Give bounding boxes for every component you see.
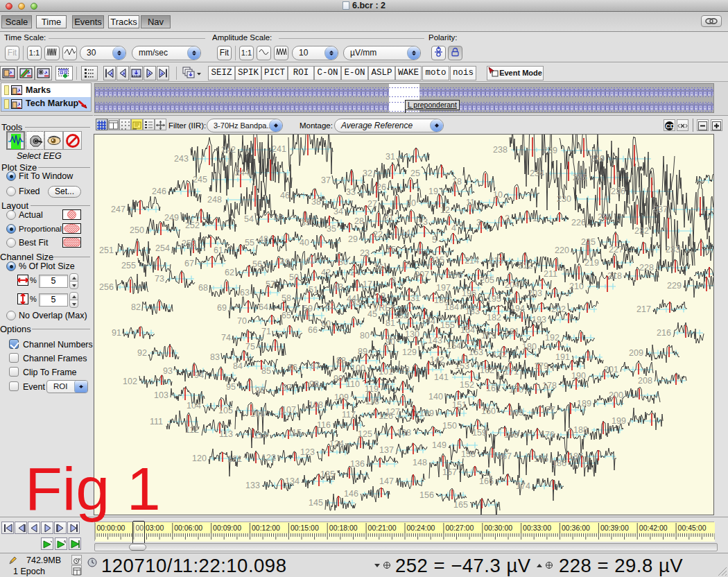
- svg-text:00:15:00: 00:15:00: [291, 524, 319, 532]
- svg-text:39: 39: [301, 218, 311, 227]
- svg-text:00:36:00: 00:36:00: [562, 524, 590, 532]
- svg-text:26: 26: [376, 182, 386, 192]
- svg-text:00:24:00: 00:24:00: [407, 524, 435, 532]
- svg-text:177: 177: [541, 405, 555, 415]
- svg-text:00:30:00: 00:30:00: [484, 524, 512, 532]
- svg-text:64: 64: [259, 302, 268, 312]
- svg-text:134: 134: [285, 476, 300, 486]
- svg-text:181: 181: [505, 327, 519, 336]
- svg-text:4: 4: [451, 223, 456, 233]
- svg-text:68: 68: [198, 283, 208, 293]
- svg-text:138: 138: [397, 428, 411, 438]
- svg-text:46: 46: [280, 191, 290, 200]
- svg-text:217: 217: [636, 304, 651, 314]
- svg-text:12: 12: [440, 205, 450, 215]
- svg-text:100: 100: [351, 363, 365, 373]
- svg-text:VREF: VREF: [373, 303, 397, 313]
- svg-text:255: 255: [121, 261, 136, 270]
- svg-text:00:42:00: 00:42:00: [639, 524, 668, 532]
- svg-text:229: 229: [667, 281, 682, 291]
- svg-text:27: 27: [367, 199, 377, 209]
- svg-text:191: 191: [555, 352, 570, 362]
- svg-text:00:21:00: 00:21:00: [368, 524, 397, 532]
- svg-text:00:33:00: 00:33:00: [523, 524, 551, 532]
- svg-text:5: 5: [432, 235, 437, 245]
- svg-text:152: 152: [460, 380, 474, 390]
- svg-text:164: 164: [460, 325, 475, 335]
- svg-text:228: 228: [639, 263, 654, 273]
- svg-text:186: 186: [552, 458, 566, 468]
- svg-text:163: 163: [469, 347, 483, 357]
- svg-text:136: 136: [350, 459, 365, 469]
- svg-text:113: 113: [219, 429, 233, 439]
- svg-text:206: 206: [448, 270, 462, 280]
- svg-text:23: 23: [360, 248, 370, 258]
- svg-text:00:18:00: 00:18:00: [329, 524, 358, 532]
- svg-text:236: 236: [611, 187, 625, 196]
- svg-text:250: 250: [130, 225, 144, 235]
- svg-text:205: 205: [480, 275, 494, 285]
- svg-text:219: 219: [584, 258, 599, 268]
- svg-text:211: 211: [544, 269, 557, 279]
- svg-text:91: 91: [112, 328, 121, 338]
- svg-text:170: 170: [509, 385, 523, 395]
- svg-text:214: 214: [465, 256, 479, 266]
- svg-text:125: 125: [358, 429, 372, 439]
- svg-text:14: 14: [401, 228, 410, 238]
- svg-text:190: 190: [571, 371, 586, 381]
- svg-text:176: 176: [540, 430, 555, 440]
- svg-text:129: 129: [402, 347, 417, 357]
- svg-text:208: 208: [638, 376, 652, 386]
- svg-text:107: 107: [281, 405, 296, 415]
- svg-text:148: 148: [413, 458, 427, 467]
- svg-text:122: 122: [261, 453, 276, 463]
- svg-text:82: 82: [131, 302, 141, 312]
- svg-text:30: 30: [338, 257, 348, 267]
- svg-text:156: 156: [419, 490, 434, 500]
- svg-text:239: 239: [543, 146, 557, 155]
- svg-text:86: 86: [288, 363, 297, 372]
- svg-text:103: 103: [154, 390, 168, 400]
- svg-text:102: 102: [123, 377, 137, 386]
- svg-text:52: 52: [325, 301, 335, 311]
- svg-text:247: 247: [111, 205, 125, 214]
- svg-text:25: 25: [410, 169, 420, 178]
- svg-text:151: 151: [452, 400, 467, 410]
- svg-text:80: 80: [360, 331, 370, 341]
- svg-text:63: 63: [240, 288, 250, 298]
- svg-text:42: 42: [321, 268, 331, 277]
- svg-text:70: 70: [237, 316, 247, 326]
- svg-text:109: 109: [334, 393, 349, 402]
- svg-text:114: 114: [254, 431, 268, 440]
- svg-text:178: 178: [542, 381, 557, 390]
- svg-text:00:39:00: 00:39:00: [600, 524, 629, 532]
- svg-text:133: 133: [245, 481, 260, 490]
- svg-text:15: 15: [386, 245, 396, 255]
- svg-text:220: 220: [555, 246, 569, 255]
- svg-text:232: 232: [634, 226, 649, 236]
- svg-text:6: 6: [417, 247, 422, 257]
- svg-text:00:06:00: 00:06:00: [174, 524, 202, 532]
- svg-text:22: 22: [373, 230, 383, 239]
- svg-text:143: 143: [428, 336, 442, 345]
- svg-text:202: 202: [551, 304, 566, 314]
- svg-text:212: 212: [518, 261, 532, 270]
- svg-text:67: 67: [184, 259, 194, 268]
- svg-text:1: 1: [532, 214, 537, 223]
- svg-text:84: 84: [233, 361, 243, 371]
- svg-text:254: 254: [155, 243, 170, 253]
- svg-text:47: 47: [274, 214, 284, 223]
- svg-text:2: 2: [505, 214, 510, 223]
- svg-text:167: 167: [497, 451, 512, 461]
- svg-text:CD: CD: [666, 123, 675, 130]
- svg-text:104: 104: [187, 401, 201, 411]
- svg-text:131: 131: [406, 293, 420, 303]
- svg-text:54: 54: [244, 214, 254, 224]
- svg-text:96: 96: [255, 386, 265, 395]
- svg-text:227: 227: [609, 245, 623, 255]
- svg-text:17: 17: [363, 279, 372, 289]
- svg-text:98: 98: [309, 379, 319, 389]
- svg-text:150: 150: [442, 421, 457, 431]
- svg-text:141: 141: [434, 372, 449, 382]
- svg-text:97: 97: [282, 383, 292, 393]
